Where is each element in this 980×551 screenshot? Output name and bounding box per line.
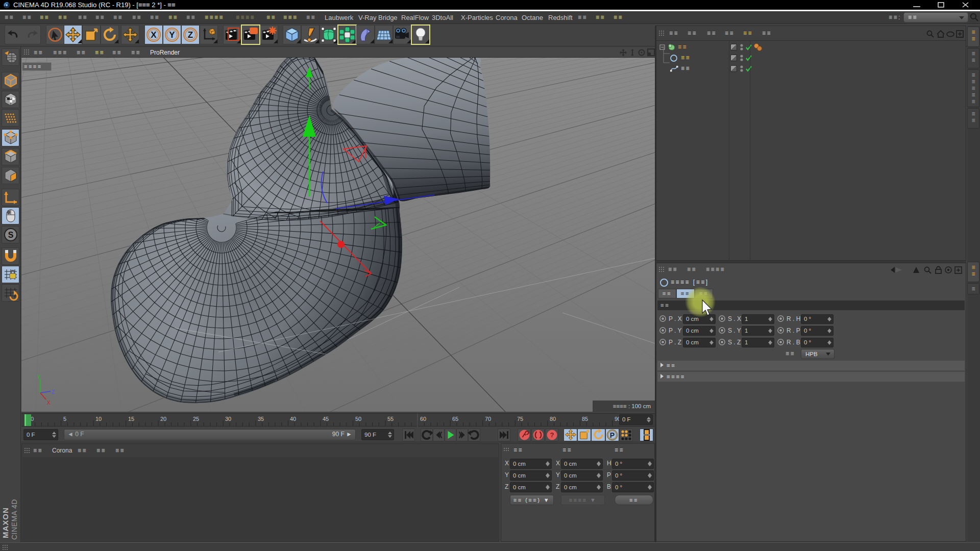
svg-text:40: 40: [290, 416, 296, 422]
svg-text:35: 35: [258, 416, 264, 422]
svg-text:80: 80: [550, 416, 556, 422]
svg-text:65: 65: [452, 416, 458, 422]
svg-text:75: 75: [517, 416, 523, 422]
svg-text:X: X: [151, 30, 157, 40]
svg-text:60: 60: [420, 416, 426, 422]
svg-text:Y: Y: [169, 30, 175, 40]
svg-text:85: 85: [582, 416, 588, 422]
svg-text:≡≡≡≡ : 100 cm: ≡≡≡≡ : 100 cm: [613, 403, 651, 409]
svg-text:20: 20: [160, 416, 166, 422]
svg-text:25: 25: [193, 416, 199, 422]
svg-text:X: X: [47, 400, 51, 406]
svg-text:?: ?: [550, 431, 554, 439]
svg-text:70: 70: [485, 416, 491, 422]
svg-text:Z: Z: [52, 389, 55, 395]
svg-text:CINEMA 4D: CINEMA 4D: [10, 499, 18, 540]
svg-text:Y: Y: [37, 374, 41, 380]
svg-text:55: 55: [387, 416, 394, 422]
svg-text:Z: Z: [188, 30, 193, 40]
svg-text:5: 5: [63, 416, 66, 422]
svg-text:10: 10: [95, 416, 102, 422]
svg-text:45: 45: [323, 416, 329, 422]
svg-text:50: 50: [355, 416, 361, 422]
svg-text:15: 15: [128, 416, 134, 422]
svg-text:P: P: [610, 431, 615, 439]
svg-text:30: 30: [225, 416, 231, 422]
svg-text:S: S: [8, 231, 14, 239]
svg-text:MAXON: MAXON: [1, 507, 10, 538]
